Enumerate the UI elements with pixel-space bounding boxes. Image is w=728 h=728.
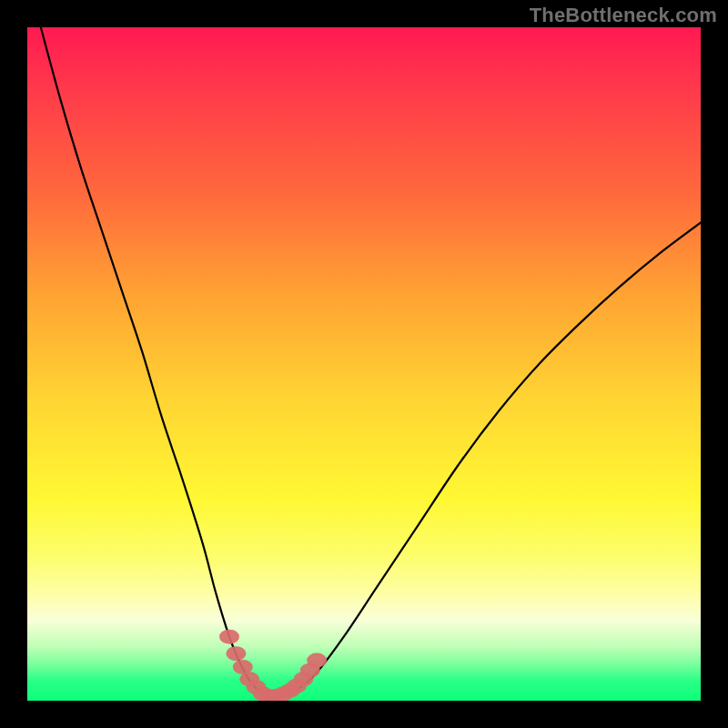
- chart-frame: TheBottleneck.com: [0, 0, 728, 728]
- watermark-text: TheBottleneck.com: [530, 4, 717, 27]
- valley-marker: [226, 646, 246, 661]
- valley-marker: [307, 653, 327, 668]
- bottleneck-curve: [27, 27, 701, 701]
- valley-marker: [219, 630, 239, 644]
- plot-area: [27, 27, 701, 701]
